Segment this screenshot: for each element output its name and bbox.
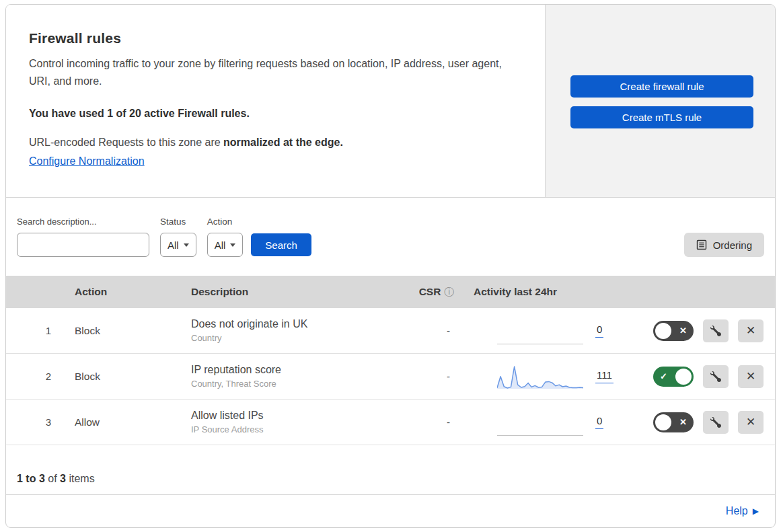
items-text: items xyxy=(69,473,94,484)
csr-header-label: CSR xyxy=(419,286,441,298)
caret-down-icon xyxy=(184,243,189,247)
rule-csr: - xyxy=(386,371,474,382)
rule-controls: ✓ ✕ ✕ xyxy=(648,411,776,434)
activity-count-link[interactable]: 0 xyxy=(595,324,603,338)
create-mtls-rule-button[interactable]: Create mTLS rule xyxy=(570,106,753,128)
table-header: Action Description CSR ⓘ Activity last 2… xyxy=(6,276,775,308)
activity-sparkline xyxy=(497,363,583,390)
rule-action: Block xyxy=(70,325,191,337)
delete-rule-button[interactable]: ✕ xyxy=(738,319,764,342)
search-button[interactable]: Search xyxy=(251,233,311,256)
toggle-knob xyxy=(655,414,671,430)
intro-section: Firewall rules Control incoming traffic … xyxy=(6,5,775,198)
table-row: 2 Block IP reputation score Country, Thr… xyxy=(6,354,775,400)
status-label: Status xyxy=(160,217,196,227)
toggle-knob xyxy=(655,323,671,339)
rule-priority: 2 xyxy=(6,371,70,382)
search-group: Search description... xyxy=(17,217,149,257)
status-filter-group: Status All xyxy=(160,217,196,257)
check-icon: ✓ xyxy=(660,371,667,381)
rule-action: Block xyxy=(70,371,191,383)
rule-action: Allow xyxy=(70,416,191,428)
close-icon: ✕ xyxy=(746,415,755,429)
wrench-icon xyxy=(710,326,721,336)
configure-normalization-link[interactable]: Configure Normalization xyxy=(29,153,145,170)
rule-description-cell: Allow listed IPs IP Source Address xyxy=(191,410,386,434)
firewall-rules-panel: Firewall rules Control incoming traffic … xyxy=(5,4,776,528)
search-input[interactable] xyxy=(30,233,152,256)
info-icon[interactable]: ⓘ xyxy=(444,286,454,299)
filter-bar: Search description... Status All Action … xyxy=(6,198,775,276)
help-bar: Help ▶ xyxy=(6,494,775,527)
ordering-list-icon xyxy=(696,239,707,250)
rule-priority: 1 xyxy=(6,325,70,336)
rule-csr: - xyxy=(386,416,474,428)
action-value: All xyxy=(215,239,226,251)
pagination-summary: 1 to 3 of 3 items xyxy=(6,445,775,494)
caret-down-icon xyxy=(230,243,235,247)
table-row: 1 Block Does not originate in UK Country… xyxy=(6,308,775,354)
rule-fields: Country xyxy=(191,333,386,343)
action-column-header: Action xyxy=(70,286,191,298)
delete-rule-button[interactable]: ✕ xyxy=(738,365,764,388)
rule-description-cell: IP reputation score Country, Threat Scor… xyxy=(191,364,386,389)
items-range: 1 to 3 xyxy=(17,473,45,484)
action-dropdown[interactable]: All xyxy=(207,233,244,257)
rule-activity-cell: 0 xyxy=(474,409,648,436)
edit-rule-button[interactable] xyxy=(703,319,729,342)
edit-rule-button[interactable] xyxy=(703,411,729,434)
rule-controls: ✓ ✕ ✕ xyxy=(648,365,776,388)
wrench-icon xyxy=(710,417,721,428)
rule-activity-cell: 111 xyxy=(474,363,648,390)
rule-description: Does not originate in UK xyxy=(191,318,386,330)
rule-csr: - xyxy=(386,325,474,336)
search-label: Search description... xyxy=(17,217,149,227)
rule-enabled-toggle[interactable]: ✓ ✕ xyxy=(653,367,694,387)
action-filter-group: Action All xyxy=(207,217,244,257)
activity-column-header: Activity last 24hr xyxy=(474,286,648,298)
usage-summary: You have used 1 of 20 active Firewall ru… xyxy=(29,108,518,120)
rule-description: Allow listed IPs xyxy=(191,410,386,422)
of-text: of xyxy=(48,473,57,484)
description-column-header: Description xyxy=(191,286,386,298)
ordering-button-label: Ordering xyxy=(713,239,752,251)
table-row: 3 Allow Allow listed IPs IP Source Addre… xyxy=(6,400,775,445)
status-value: All xyxy=(168,239,179,251)
items-total: 3 xyxy=(60,473,66,484)
normalization-note: URL-encoded Requests to this zone are no… xyxy=(29,134,518,170)
activity-count-link[interactable]: 111 xyxy=(595,369,613,383)
normalization-bold: normalized at the edge. xyxy=(223,137,343,148)
rule-fields: Country, Threat Score xyxy=(191,379,386,389)
rule-enabled-toggle[interactable]: ✓ ✕ xyxy=(653,412,694,432)
activity-sparkline xyxy=(497,317,583,344)
arrow-right-icon: ▶ xyxy=(753,506,759,516)
search-box xyxy=(17,233,149,257)
page-title: Firewall rules xyxy=(29,30,518,46)
activity-sparkline xyxy=(497,409,583,436)
rule-description-cell: Does not originate in UK Country xyxy=(191,318,386,343)
intro-text-area: Firewall rules Control incoming traffic … xyxy=(6,5,545,197)
page-description: Control incoming traffic to your zone by… xyxy=(29,55,510,90)
actions-sidebar: Create firewall rule Create mTLS rule xyxy=(545,5,775,197)
normalization-text: URL-encoded Requests to this zone are xyxy=(29,137,223,148)
rule-activity-cell: 0 xyxy=(474,317,648,344)
close-icon: ✕ xyxy=(746,324,755,338)
csr-column-header: CSR ⓘ xyxy=(386,286,474,299)
help-link-label: Help xyxy=(726,505,748,517)
activity-count-link[interactable]: 0 xyxy=(595,415,603,429)
help-link[interactable]: Help ▶ xyxy=(726,505,759,517)
rule-fields: IP Source Address xyxy=(191,424,386,434)
wrench-icon xyxy=(710,371,721,382)
status-dropdown[interactable]: All xyxy=(160,233,196,257)
cross-icon: ✕ xyxy=(679,326,687,336)
delete-rule-button[interactable]: ✕ xyxy=(738,411,764,434)
toggle-knob xyxy=(675,369,692,385)
cross-icon: ✕ xyxy=(679,417,687,427)
close-icon: ✕ xyxy=(746,369,755,383)
ordering-button[interactable]: Ordering xyxy=(684,233,764,257)
rule-enabled-toggle[interactable]: ✓ ✕ xyxy=(653,321,694,341)
create-firewall-rule-button[interactable]: Create firewall rule xyxy=(570,75,753,98)
edit-rule-button[interactable] xyxy=(703,365,729,388)
action-label: Action xyxy=(207,217,244,227)
rule-controls: ✓ ✕ ✕ xyxy=(648,319,776,342)
